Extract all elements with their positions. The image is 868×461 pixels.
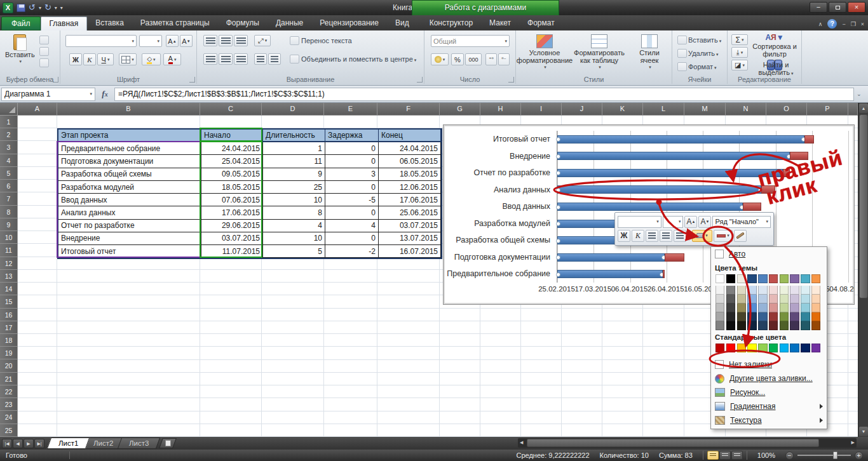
increase-indent-icon[interactable] [268, 53, 281, 65]
chart-bar-duration[interactable] [790, 152, 808, 160]
table-cell[interactable]: 4 [263, 220, 325, 232]
font-name-select[interactable]: ▾ [65, 35, 137, 47]
tab-file[interactable]: Файл [1, 17, 41, 30]
zoom-slider[interactable]: − + [785, 451, 863, 460]
excel-logo-icon[interactable]: X [3, 3, 13, 13]
column-header[interactable]: A [18, 103, 57, 116]
theme-color-swatch[interactable] [769, 304, 778, 312]
row-header[interactable]: 2 [0, 128, 18, 141]
expand-formula-bar-icon[interactable]: ⌄ [857, 91, 865, 97]
theme-color-swatch[interactable] [790, 295, 799, 304]
align-middle-icon[interactable] [219, 35, 233, 46]
increase-decimal-icon[interactable]: ⁺⁰ [485, 53, 497, 65]
workbook-minimize-icon[interactable]: − [842, 21, 845, 27]
workbook-close-icon[interactable]: × [861, 21, 864, 27]
table-cell[interactable]: 1 [263, 142, 325, 155]
table-cell[interactable]: Ввод данных [58, 194, 201, 206]
table-cell[interactable]: 8 [263, 206, 325, 219]
number-dialog-launcher[interactable] [508, 77, 514, 83]
table-cell[interactable]: Отчет по разработке [58, 220, 201, 232]
scroll-left-icon[interactable]: ◀ [520, 440, 523, 445]
theme-color-swatch[interactable] [747, 295, 756, 304]
menu-item-texture[interactable]: Текстура [711, 413, 827, 427]
row-header[interactable]: 12 [0, 257, 18, 270]
sheet-tab[interactable]: Лист1 [47, 438, 90, 449]
chart-bar-duration[interactable] [783, 169, 790, 177]
prev-sheet-icon[interactable]: ◀ [13, 439, 23, 448]
wrap-text-button[interactable]: Перенос текста [290, 36, 352, 45]
table-cell[interactable]: 03.07.2015 [379, 220, 441, 232]
table-cell[interactable]: Анализ данных [58, 206, 201, 219]
chart-bar-duration[interactable] [804, 135, 813, 144]
table-cell[interactable]: -5 [325, 194, 379, 206]
row-header[interactable]: 14 [0, 283, 18, 295]
mini-format-painter-icon[interactable] [734, 230, 747, 242]
column-header[interactable]: K [602, 103, 643, 116]
theme-color-swatch[interactable] [737, 312, 746, 321]
format-as-table-button[interactable]: Форматировать как таблицу▾ [572, 34, 627, 70]
autosum-button[interactable]: Σ▾ [731, 34, 748, 45]
delete-cells-button[interactable]: Удалить▾ [677, 49, 719, 58]
fill-color-button[interactable]: ◇▾ [142, 53, 161, 65]
align-bottom-icon[interactable] [234, 35, 248, 46]
column-header[interactable]: L [643, 103, 684, 116]
font-dialog-launcher[interactable] [189, 77, 195, 83]
table-cell[interactable]: 29.06.2015 [201, 220, 263, 232]
theme-color-swatch[interactable] [780, 312, 789, 321]
theme-color-swatch[interactable] [737, 286, 746, 295]
chart-bar-start[interactable] [557, 135, 804, 144]
row-header[interactable]: 21 [0, 373, 18, 385]
row-header[interactable]: 8 [0, 206, 18, 218]
theme-color-swatch[interactable] [801, 312, 810, 321]
chart-bar-start[interactable] [557, 253, 665, 262]
theme-color-swatch[interactable] [758, 295, 767, 304]
theme-color-swatch[interactable] [758, 304, 767, 312]
table-cell[interactable]: 17.06.2015 [201, 206, 263, 219]
chart-element-select[interactable]: Ряд "Начало"▾ [712, 216, 771, 228]
horizontal-scroll-thumb[interactable] [527, 439, 819, 447]
theme-color-swatch[interactable] [747, 274, 756, 283]
table-cell[interactable]: 0 [325, 155, 379, 168]
theme-color-swatch[interactable] [758, 312, 767, 321]
percent-style-button[interactable]: % [451, 53, 464, 65]
mini-fill-color-button[interactable]: ▾ [692, 230, 712, 242]
row-header[interactable]: 19 [0, 347, 18, 359]
number-format-select[interactable]: Общий▾ [431, 35, 510, 47]
table-cell[interactable]: 24.04.2015 [379, 142, 441, 155]
borders-button[interactable]: ▾ [119, 53, 137, 65]
zoom-in-icon[interactable]: + [855, 451, 863, 460]
theme-color-swatch[interactable] [811, 286, 820, 295]
name-box[interactable]: Диаграмма 1▾ [1, 88, 95, 101]
standard-color-swatch[interactable] [790, 344, 799, 352]
underline-button[interactable]: Ч▾ [97, 53, 114, 65]
table-cell[interactable]: Внедрение [58, 232, 201, 245]
save-icon[interactable] [17, 4, 25, 12]
theme-color-swatch[interactable] [769, 286, 778, 295]
table-cell[interactable]: Предварительное собрание [58, 142, 201, 155]
standard-color-swatch[interactable] [769, 344, 778, 352]
table-cell[interactable]: -2 [325, 245, 379, 258]
table-cell[interactable]: 25 [263, 181, 325, 194]
menu-item-gradient[interactable]: Градиентная [711, 399, 827, 413]
theme-color-swatch[interactable] [790, 321, 799, 330]
theme-color-swatch[interactable] [780, 304, 789, 312]
table-cell[interactable]: 09.05.2015 [201, 168, 263, 181]
row-header[interactable]: 22 [0, 385, 18, 398]
theme-color-swatch[interactable] [737, 274, 746, 283]
ribbon-tab[interactable]: Рецензирование [311, 17, 387, 30]
accounting-format-icon[interactable]: ▾ [431, 53, 449, 65]
format-painter-icon[interactable] [39, 58, 49, 67]
redo-icon[interactable]: ↻ [44, 2, 51, 13]
row-header[interactable]: 4 [0, 154, 18, 167]
scroll-up-icon[interactable]: ▲ [859, 104, 868, 113]
theme-color-swatch[interactable] [715, 286, 724, 295]
table-cell[interactable]: 0 [325, 142, 379, 155]
table-cell[interactable]: 18.05.2015 [201, 181, 263, 194]
table-cell[interactable]: 16.07.2015 [379, 245, 441, 258]
theme-color-swatch[interactable] [780, 274, 789, 283]
theme-color-swatch[interactable] [811, 274, 820, 283]
format-cells-button[interactable]: Формат▾ [677, 62, 717, 71]
align-center-icon[interactable] [219, 53, 233, 65]
mini-outline-color-button[interactable]: ▾ [714, 230, 733, 242]
table-cell[interactable]: 17.06.2015 [379, 194, 441, 206]
